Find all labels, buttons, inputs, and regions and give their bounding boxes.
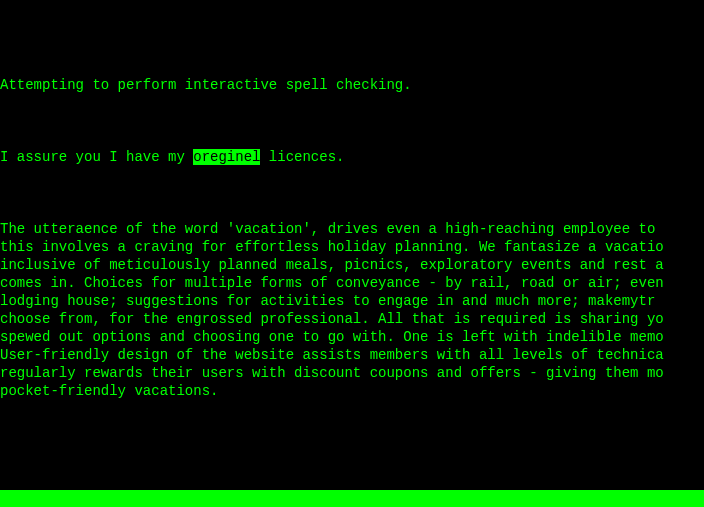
blank-line	[0, 184, 704, 202]
context-line: I assure you I have my oreginel licences…	[0, 148, 704, 166]
blank-line	[0, 418, 704, 436]
paragraph-text: The utteraence of the word 'vacation', d…	[0, 220, 704, 400]
status-line: Attempting to perform interactive spell …	[0, 76, 704, 94]
misspelled-word: oreginel	[193, 149, 260, 165]
separator-bar	[0, 490, 704, 507]
terminal-screen: Attempting to perform interactive spell …	[0, 54, 704, 507]
blank-line	[0, 454, 704, 472]
blank-line	[0, 112, 704, 130]
